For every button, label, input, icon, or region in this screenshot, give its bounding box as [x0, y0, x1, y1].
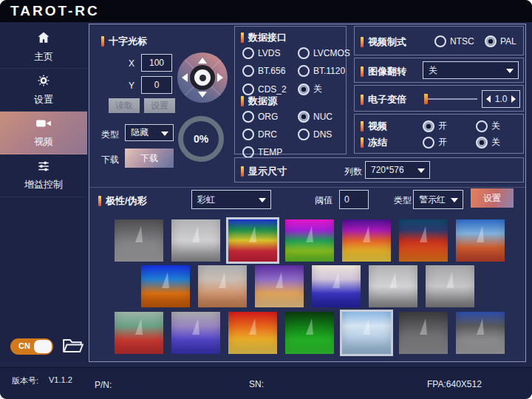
radio-lvcmos[interactable]: LVCMOS [298, 47, 350, 59]
arrow-down-icon[interactable] [198, 92, 207, 98]
image-flip-select[interactable]: 关 [423, 61, 519, 79]
download-progress-ring: 0% [178, 116, 224, 162]
title-bar: TAROT-RC [0, 0, 532, 22]
sailboat-shape [420, 318, 427, 335]
arrow-left-icon[interactable] [182, 73, 188, 82]
palette-thumbnail[interactable] [228, 219, 277, 262]
image-flip-title: 图像翻转 [361, 65, 406, 78]
zoom-slider[interactable] [424, 93, 477, 105]
radio-lvds[interactable]: LVDS [242, 47, 298, 59]
sailboat-shape [389, 272, 397, 288]
radio-label: DNS [313, 129, 332, 140]
section-title-text: 显示尺寸 [248, 165, 287, 178]
palette-thumbnail[interactable] [312, 265, 361, 307]
radio-circle [242, 129, 254, 140]
radio-nuc[interactable]: NUC [298, 111, 346, 123]
sn-label: SN: [249, 379, 264, 389]
read-button[interactable]: 读取 [109, 98, 140, 113]
palette-thumbnail[interactable] [285, 219, 334, 262]
palette-thumbnail[interactable] [399, 219, 448, 262]
section-title-text: 电子变倍 [368, 93, 406, 106]
version-value: V1.1.2 [49, 375, 72, 384]
radio-label: 开 [438, 120, 447, 132]
slider-handle[interactable] [424, 94, 428, 104]
section-divider [89, 187, 525, 188]
radio-pal[interactable]: PAL [485, 35, 516, 47]
radio-temp[interactable]: TEMP [242, 146, 298, 158]
section-title-text: 视频 [368, 120, 387, 133]
data-interface-title: 数据接口 [241, 31, 287, 44]
direction-pad[interactable] [177, 52, 228, 103]
chevron-down-icon [417, 168, 425, 173]
palette-thumbnail[interactable] [115, 312, 163, 354]
open-folder-button[interactable] [62, 336, 84, 355]
radio-label: 开 [438, 136, 447, 149]
palette-thumbnail[interactable] [342, 312, 391, 354]
accent-bar [101, 36, 104, 47]
palette-set-button[interactable]: 设置 [471, 188, 514, 208]
slider-track [424, 98, 477, 100]
palette-thumbnail[interactable] [228, 312, 277, 354]
palette-title: 极性/伪彩 [98, 194, 147, 208]
arrow-up-icon[interactable] [198, 58, 207, 64]
radio-label: ORG [258, 112, 278, 122]
sidebar-item-home[interactable]: 主页 [0, 26, 87, 69]
sidebar-item-settings[interactable]: 设置 [0, 69, 87, 112]
cursor-y-input[interactable]: 0 [141, 76, 172, 94]
radio-ntsc[interactable]: NTSC [434, 35, 474, 47]
palette-thumbnail[interactable] [141, 265, 190, 307]
cursor-x-input[interactable]: 100 [141, 54, 172, 72]
radio-bt656[interactable]: BT.656 [242, 65, 298, 77]
radio-video-off[interactable]: 关 [476, 120, 500, 132]
radio-dns[interactable]: DNS [298, 129, 346, 140]
display-size-select[interactable]: 720*576 [365, 161, 430, 179]
palette-thumbnail[interactable] [426, 265, 474, 307]
palette-thumbnail[interactable] [369, 265, 417, 307]
spinner-increase-icon[interactable] [511, 95, 516, 103]
palette-thumbnail[interactable] [115, 219, 163, 262]
palette-thumbnail[interactable] [399, 312, 448, 354]
dpad-center-button[interactable] [190, 65, 215, 90]
palette-thumbnail[interactable] [171, 312, 220, 354]
radio-circle [476, 120, 488, 132]
palette-select[interactable]: 彩虹 [191, 190, 271, 209]
set-button[interactable]: 设置 [144, 98, 175, 113]
arrow-right-icon[interactable] [217, 73, 223, 82]
radio-interface-off[interactable]: 关 [298, 83, 350, 95]
data-source-options: ORG NUC DRC DNS TEMP [242, 111, 346, 158]
accent-bar [241, 96, 244, 106]
gear-icon [36, 73, 51, 91]
accent-bar [241, 166, 244, 177]
cursor-type-select[interactable]: 隐藏 [125, 124, 174, 141]
radio-circle [298, 129, 310, 140]
data-interface-box: 数据接口 LVDS LVCMOS BT.656 BT.1120 CDS_2 关 … [234, 26, 347, 154]
palette-thumbnail[interactable] [456, 312, 505, 354]
alarm-type-select[interactable]: 警示红 [413, 190, 463, 209]
radio-freeze-off[interactable]: 关 [476, 136, 500, 149]
palette-thumbnail[interactable] [342, 219, 391, 262]
zoom-spinner[interactable]: 1.0 [482, 90, 520, 108]
radio-cds2[interactable]: CDS_2 [242, 83, 298, 95]
download-button[interactable]: 下载 [125, 149, 174, 168]
sailboat-shape [332, 272, 340, 288]
palette-thumbnail[interactable] [285, 312, 334, 354]
radio-drc[interactable]: DRC [242, 129, 298, 140]
radio-bt1120[interactable]: BT.1120 [298, 65, 350, 77]
radio-label: LVDS [258, 48, 280, 58]
spinner-decrease-icon[interactable] [486, 95, 491, 103]
palette-thumbnail[interactable] [456, 219, 505, 262]
app-logo: TAROT-RC [10, 3, 100, 19]
radio-video-on[interactable]: 开 [423, 120, 447, 132]
radio-org[interactable]: ORG [242, 111, 298, 123]
accent-bar [361, 121, 364, 132]
sidebar-item-gain-control[interactable]: 增益控制 [0, 154, 87, 197]
palette-thumbnail[interactable] [171, 219, 220, 262]
radio-freeze-on[interactable]: 开 [423, 136, 447, 149]
radio-circle [242, 47, 254, 59]
sidebar-item-video[interactable]: 视频 [0, 112, 87, 154]
radio-circle [242, 83, 254, 95]
language-toggle[interactable]: CN [10, 338, 53, 355]
palette-thumbnail[interactable] [198, 265, 247, 307]
palette-thumbnail[interactable] [255, 265, 304, 307]
threshold-input[interactable]: 0 [339, 190, 369, 209]
